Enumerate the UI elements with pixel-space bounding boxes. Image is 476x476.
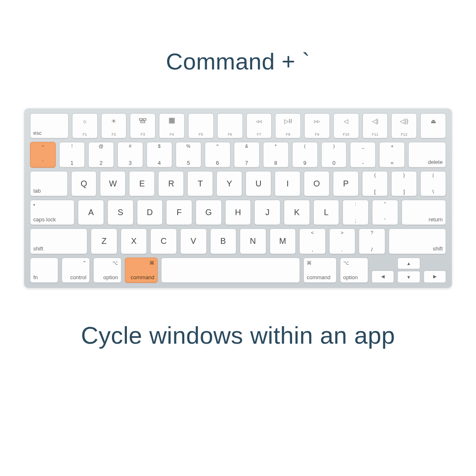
eject-icon: ⏏ — [431, 118, 436, 124]
key-esc[interactable]: esc — [30, 113, 69, 139]
key-h[interactable]: H — [225, 200, 251, 225]
key-bracket-l[interactable]: {[ — [362, 171, 388, 196]
key-f3[interactable]: F3 — [130, 113, 156, 139]
key-space[interactable] — [161, 258, 300, 283]
key-v[interactable]: V — [180, 228, 207, 254]
row-asdf: •caps lock A S D F G H J K L :; "' retur… — [30, 200, 446, 225]
key-slash[interactable]: ?/ — [359, 228, 385, 254]
key-backtick[interactable]: ~` — [30, 142, 56, 167]
key-e[interactable]: E — [129, 171, 155, 196]
command-icon: ⌘ — [307, 260, 312, 266]
key-o[interactable]: O — [304, 171, 330, 196]
key-quote[interactable]: "' — [372, 200, 398, 225]
key-f1[interactable]: ☼F1 — [72, 113, 98, 139]
key-arrow-right[interactable]: ▶ — [424, 270, 446, 283]
key-i[interactable]: I — [275, 171, 300, 196]
key-arrow-up[interactable]: ▲ — [397, 258, 420, 270]
key-4[interactable]: $4 — [146, 142, 172, 167]
key-capslock[interactable]: •caps lock — [30, 200, 74, 225]
key-f9[interactable]: ▹▹F9 — [304, 113, 330, 139]
volume-down-icon: ◁) — [372, 118, 379, 124]
key-f4[interactable]: F4 — [159, 113, 185, 139]
key-y[interactable]: Y — [216, 171, 242, 196]
key-bracket-r[interactable]: }] — [391, 171, 417, 196]
key-k[interactable]: K — [284, 200, 310, 225]
key-shift-l[interactable]: shift — [30, 228, 87, 254]
key-7[interactable]: &7 — [234, 142, 260, 167]
key-f6[interactable]: F6 — [217, 113, 243, 139]
key-label: F7 — [247, 132, 272, 136]
key-f7[interactable]: ◃◃F7 — [246, 113, 272, 139]
key-label: command — [131, 274, 154, 280]
key-0[interactable]: )0 — [321, 142, 347, 167]
key-label: shift — [33, 245, 43, 252]
key-f[interactable]: F — [166, 200, 192, 225]
key-command-r[interactable]: ⌘command — [303, 258, 336, 283]
key-q[interactable]: Q — [71, 171, 97, 196]
key-label: F10 — [334, 132, 359, 136]
key-s[interactable]: S — [107, 200, 134, 225]
key-8[interactable]: *8 — [263, 142, 289, 167]
key-m[interactable]: M — [270, 228, 296, 254]
key-w[interactable]: W — [100, 171, 126, 196]
row-zxcv: shift Z X C V B N M <, >. ?/ shift — [30, 228, 446, 254]
key-period[interactable]: >. — [329, 228, 356, 254]
key-eject[interactable]: ⏏ — [420, 113, 446, 139]
key-label: F6 — [218, 132, 243, 136]
key-arrow-left[interactable]: ◀ — [372, 270, 394, 283]
key-6[interactable]: ^6 — [205, 142, 231, 167]
keyboard: esc ☼F1 ☀F2 F3 F4 F5 F6 ◃◃F7 ▷IIF8 ▹▹F9 … — [24, 108, 452, 288]
key-f8[interactable]: ▷IIF8 — [275, 113, 301, 139]
key-delete[interactable]: delete — [408, 142, 446, 167]
key-f2[interactable]: ☀F2 — [101, 113, 127, 139]
key-c[interactable]: C — [150, 228, 177, 254]
key-option-r[interactable]: ⌥option — [340, 258, 368, 283]
key-x[interactable]: X — [121, 228, 147, 254]
key-g[interactable]: G — [196, 200, 222, 225]
key-command-l[interactable]: ⌘command — [125, 258, 158, 283]
key-p[interactable]: P — [333, 171, 359, 196]
key-f5[interactable]: F5 — [188, 113, 214, 139]
svg-rect-11 — [173, 122, 174, 123]
key-equals[interactable]: += — [379, 142, 405, 167]
option-icon: ⌥ — [343, 260, 349, 266]
control-icon: ⌃ — [82, 260, 87, 266]
key-label: option — [103, 274, 118, 280]
key-j[interactable]: J — [254, 200, 280, 225]
key-fn[interactable]: fn — [30, 258, 58, 283]
key-label: F8 — [275, 132, 300, 136]
key-5[interactable]: %5 — [176, 142, 201, 167]
key-comma[interactable]: <, — [299, 228, 326, 254]
key-control[interactable]: ⌃control — [62, 258, 90, 283]
key-1[interactable]: !1 — [59, 142, 85, 167]
key-f10[interactable]: ◁F10 — [333, 113, 359, 139]
key-n[interactable]: N — [240, 228, 266, 254]
key-b[interactable]: B — [210, 228, 237, 254]
svg-rect-3 — [169, 118, 171, 119]
key-semicolon[interactable]: :; — [342, 200, 369, 225]
key-shift-r[interactable]: shift — [389, 228, 446, 254]
key-arrow-down[interactable]: ▼ — [397, 271, 420, 283]
key-option-l[interactable]: ⌥option — [93, 258, 121, 283]
key-l[interactable]: L — [313, 200, 340, 225]
key-a[interactable]: A — [78, 200, 104, 225]
key-label: F1 — [72, 132, 97, 136]
key-label: F3 — [130, 132, 155, 136]
key-t[interactable]: T — [187, 171, 213, 196]
key-label: fn — [33, 274, 38, 280]
key-f12[interactable]: ◁))F12 — [391, 113, 417, 139]
key-d[interactable]: D — [137, 200, 163, 225]
key-tab[interactable]: tab — [30, 171, 68, 196]
rewind-icon: ◃◃ — [256, 118, 262, 124]
volume-up-icon: ◁)) — [400, 118, 408, 124]
key-f11[interactable]: ◁)F11 — [362, 113, 388, 139]
key-2[interactable]: @2 — [88, 142, 114, 167]
key-r[interactable]: R — [158, 171, 184, 196]
key-9[interactable]: (9 — [292, 142, 318, 167]
key-z[interactable]: Z — [91, 228, 117, 254]
key-minus[interactable]: _- — [350, 142, 376, 167]
key-backslash[interactable]: |\ — [420, 171, 446, 196]
key-return[interactable]: return — [402, 200, 446, 225]
key-3[interactable]: #3 — [117, 142, 143, 167]
key-u[interactable]: U — [245, 171, 271, 196]
